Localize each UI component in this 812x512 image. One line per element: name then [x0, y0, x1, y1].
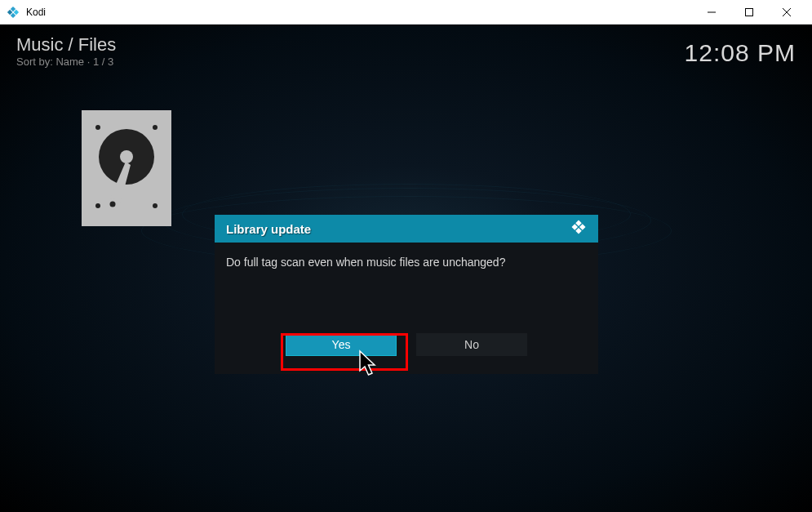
window-controls: [693, 0, 805, 24]
no-button[interactable]: No: [416, 333, 527, 356]
title-bar: Kodi: [0, 0, 812, 24]
separator: ·: [87, 56, 93, 68]
app-content: Music / Files Sort by: Name · 1 / 3 12:0…: [0, 24, 812, 512]
kodi-app-icon: [7, 6, 20, 19]
clock: 12:08 PM: [685, 39, 796, 67]
svg-rect-20: [575, 228, 581, 234]
kodi-logo-icon: [570, 219, 587, 238]
minimize-button[interactable]: [693, 0, 730, 24]
yes-button[interactable]: Yes: [286, 333, 397, 356]
breadcrumb: Music / Files: [16, 34, 116, 56]
library-update-dialog: Library update Do full tag scan even whe…: [215, 215, 598, 374]
svg-point-16: [110, 202, 116, 207]
svg-rect-5: [746, 8, 753, 16]
svg-point-10: [153, 125, 158, 130]
svg-rect-0: [11, 6, 16, 11]
svg-rect-18: [579, 224, 585, 229]
svg-point-14: [120, 150, 133, 163]
svg-rect-19: [572, 224, 578, 229]
maximize-button[interactable]: [730, 0, 768, 24]
dialog-header: Library update: [215, 215, 598, 243]
svg-point-11: [95, 203, 100, 208]
media-source-tile[interactable]: [82, 110, 171, 226]
svg-rect-17: [575, 220, 581, 226]
svg-point-12: [153, 203, 158, 208]
dialog-buttons: Yes No: [215, 328, 598, 374]
dialog-title: Library update: [226, 222, 311, 236]
dialog-message: Do full tag scan even when music files a…: [226, 256, 587, 269]
dialog-body: Do full tag scan even when music files a…: [215, 243, 598, 328]
sort-info: Sort by: Name · 1 / 3: [16, 56, 113, 68]
svg-point-9: [95, 125, 100, 130]
position-label: 1 / 3: [93, 56, 113, 68]
svg-rect-3: [11, 12, 16, 17]
svg-rect-2: [7, 9, 12, 14]
hard-drive-icon: [91, 121, 162, 216]
svg-rect-1: [14, 9, 19, 14]
window-title: Kodi: [26, 7, 693, 18]
sort-label: Sort by: Name: [16, 56, 84, 68]
close-button[interactable]: [768, 0, 805, 24]
